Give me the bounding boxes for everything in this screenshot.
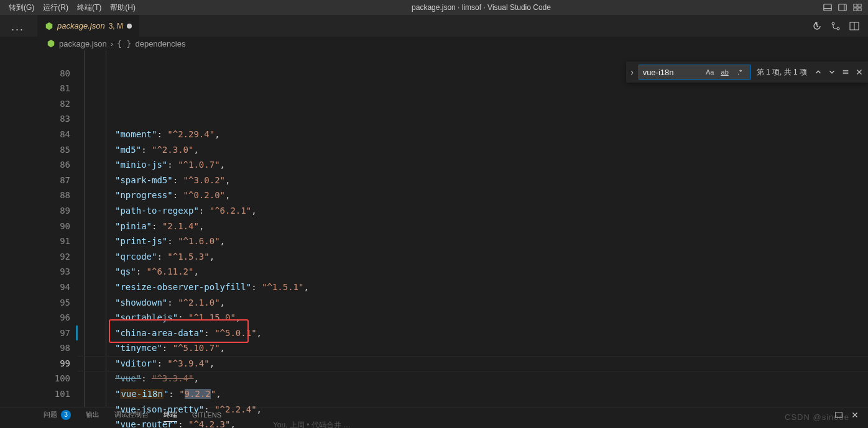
gitlens-blame-annotation: You, 上周 • 代码合并 … [273, 421, 351, 428]
code-line[interactable]: "md5": "^2.3.0", [78, 142, 868, 158]
line-number: 87 [0, 173, 70, 188]
line-number: 100 [0, 371, 70, 386]
svg-marker-8 [46, 22, 53, 29]
code-line[interactable]: "minio-js": "^1.0.7", [78, 157, 868, 173]
code-line[interactable]: "resize-observer-polyfill": "^1.5.1", [78, 280, 868, 295]
split-editor-icon[interactable] [849, 21, 859, 31]
nodejs-icon [45, 22, 53, 30]
svg-point-10 [837, 27, 839, 30]
layout-sidebar-icon[interactable] [838, 3, 847, 12]
menu-run[interactable]: 运行(R) [39, 2, 72, 13]
line-number: 98 [0, 340, 70, 356]
code-line[interactable]: "pinia": "2.1.4", [78, 219, 868, 234]
line-number: 93 [0, 264, 70, 280]
line-number: 86 [0, 157, 70, 173]
tab-filename: package.json [57, 21, 105, 30]
svg-rect-7 [858, 8, 861, 11]
menu-terminal[interactable]: 终端(T) [73, 2, 105, 13]
find-close-icon[interactable] [854, 67, 864, 77]
find-next-icon[interactable] [827, 67, 837, 77]
code-line[interactable]: "showdown": "^2.1.0", [78, 295, 868, 311]
find-regex-toggle[interactable]: .* [734, 66, 746, 78]
line-number: 99 [0, 356, 70, 371]
svg-point-9 [832, 22, 834, 25]
code-line[interactable]: "vue-i18n": "9.2.2", [78, 386, 868, 402]
tab-git-status: 3, M [109, 22, 123, 30]
code-line[interactable]: "sortablejs": "^1.15.0", [78, 310, 868, 326]
code-line[interactable]: "moment": "^2.29.4", [78, 127, 868, 142]
layout-panel-icon[interactable] [823, 3, 832, 12]
code-line[interactable]: "print-js": "^1.6.0", [78, 234, 868, 249]
braces-icon: { } [117, 39, 131, 48]
find-input[interactable]: vue-i18n Aa ab .* [639, 65, 750, 80]
editor[interactable]: 8081828384858687888990919293949596979899… [0, 50, 868, 407]
find-previous-icon[interactable] [813, 67, 823, 77]
line-number: 94 [0, 280, 70, 295]
tab-package-json[interactable]: package.json 3, M [37, 15, 140, 37]
line-number: 89 [0, 203, 70, 219]
line-number: 80 [0, 66, 70, 81]
compare-icon[interactable] [831, 21, 841, 31]
menu-goto[interactable]: 转到(G) [5, 2, 38, 13]
line-number-gutter: 8081828384858687888990919293949596979899… [0, 50, 78, 407]
svg-rect-0 [824, 4, 831, 11]
find-word-toggle[interactable]: ab [719, 66, 731, 78]
line-number: 90 [0, 219, 70, 234]
code-line[interactable]: "vue-router": "^4.2.3",You, 上周 • 代码合并 … [78, 417, 868, 428]
editor-actions [812, 15, 868, 37]
timeline-icon[interactable] [812, 21, 822, 31]
line-number: 95 [0, 295, 70, 311]
code-content[interactable]: "moment": "^2.29.4","md5": "^2.3.0","min… [78, 50, 868, 407]
line-number: 85 [0, 142, 70, 158]
line-number: 101 [0, 386, 70, 402]
code-line[interactable]: "tinymce": "^5.10.7", [78, 340, 868, 356]
menu-bar: 转到(G) 运行(R) 终端(T) 帮助(H) [0, 2, 139, 13]
line-number: 82 [0, 96, 70, 112]
tab-dirty-indicator[interactable] [127, 24, 132, 29]
line-number: 83 [0, 111, 70, 127]
find-result-count: 第 1 项, 共 1 项 [750, 67, 813, 78]
find-query-text: vue-i18n [643, 68, 701, 77]
activity-more-icon[interactable]: ··· [11, 23, 24, 36]
code-line[interactable]: "path-to-regexp": "^6.2.1", [78, 203, 868, 219]
chevron-right-icon: › [111, 39, 113, 48]
line-number: 96 [0, 310, 70, 326]
find-case-toggle[interactable]: Aa [704, 66, 716, 78]
find-replace-toggle[interactable]: › [626, 61, 639, 83]
find-widget: › vue-i18n Aa ab .* 第 1 项, 共 1 项 [626, 61, 868, 83]
line-number: 84 [0, 127, 70, 142]
find-selection-icon[interactable] [841, 67, 851, 77]
breadcrumb-file[interactable]: package.json [59, 39, 107, 48]
editor-tabs: package.json 3, M [0, 15, 868, 37]
window-title: package.json · limsof · Visual Studio Co… [139, 3, 823, 12]
line-number: 88 [0, 188, 70, 203]
svg-marker-13 [48, 40, 55, 47]
code-line[interactable]: "qs": "^6.11.2", [78, 264, 868, 280]
svg-rect-5 [858, 4, 861, 7]
code-line[interactable]: "nprogress": "^0.2.0", [78, 188, 868, 203]
line-number: 91 [0, 234, 70, 249]
watermark: CSDN @sinode [785, 412, 849, 422]
code-line[interactable]: "vue-json-pretty": "^2.2.4", [78, 402, 868, 417]
svg-rect-6 [854, 8, 857, 11]
menu-help[interactable]: 帮助(H) [106, 2, 139, 13]
titlebar-controls [823, 3, 868, 12]
titlebar: 转到(G) 运行(R) 终端(T) 帮助(H) package.json · l… [0, 0, 868, 15]
line-number: 92 [0, 249, 70, 265]
code-line[interactable]: "qrcode": "^1.5.3", [78, 249, 868, 265]
svg-rect-4 [854, 4, 857, 7]
line-number: 81 [0, 81, 70, 96]
layout-grid-icon[interactable] [853, 3, 862, 12]
code-line[interactable]: "spark-md5": "^3.0.2", [78, 173, 868, 188]
breadcrumb-section[interactable]: dependencies [135, 39, 185, 48]
line-number: 97 [0, 326, 70, 341]
code-line[interactable]: "china-area-data": "^5.0.1", [78, 326, 868, 341]
svg-rect-2 [839, 4, 846, 11]
code-line[interactable]: "vue": "^3.3.4", [78, 371, 868, 386]
breadcrumb[interactable]: package.json › { } dependencies [0, 37, 868, 50]
nodejs-icon [47, 39, 55, 48]
